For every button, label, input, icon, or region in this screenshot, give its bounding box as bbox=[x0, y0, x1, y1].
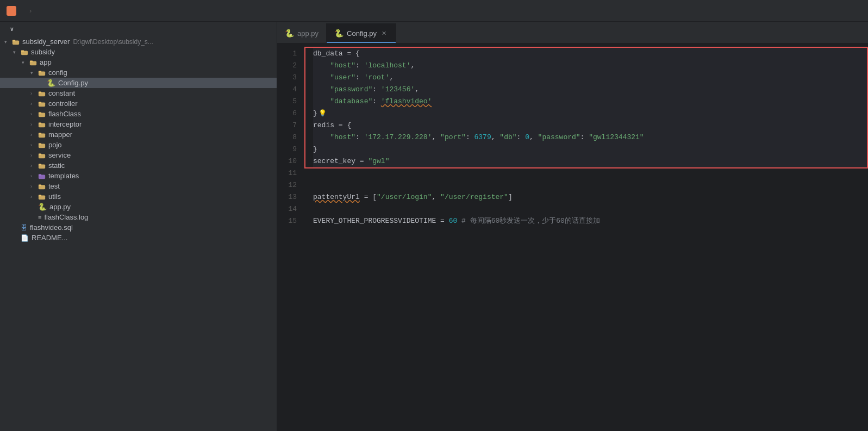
token: # 每间隔60秒发送一次，少于60的话直接加 bbox=[457, 217, 600, 225]
code-line-1: db_data = { bbox=[313, 48, 868, 60]
token: } bbox=[313, 145, 317, 153]
token: : bbox=[517, 133, 526, 141]
tree-label: subsidy_server bbox=[22, 38, 70, 46]
tree-item-utils[interactable]: › utils bbox=[0, 191, 277, 202]
token: "/user/login" bbox=[377, 193, 432, 201]
token bbox=[313, 133, 330, 141]
token: : bbox=[580, 133, 589, 141]
code-line-12 bbox=[313, 179, 868, 191]
code-line-6: }💡 bbox=[313, 108, 868, 120]
code-lines: db_data = { "host": 'localhost', "user":… bbox=[304, 43, 868, 431]
line-number-2: 2 bbox=[277, 60, 297, 72]
token bbox=[313, 97, 330, 105]
code-line-8: "host": '172.17.229.228', "port": 6379, … bbox=[313, 132, 868, 143]
tree-label: app bbox=[40, 58, 52, 66]
tree-label: service bbox=[48, 151, 71, 159]
tree-item-templates[interactable]: › templates bbox=[0, 171, 277, 181]
token: "password" bbox=[330, 85, 372, 93]
token: db_data bbox=[313, 49, 343, 58]
token: '172.17.229.228' bbox=[364, 133, 432, 141]
sidebar-chevron-icon: ∨ bbox=[10, 26, 14, 32]
top-bar: › bbox=[0, 0, 868, 22]
tree-item-service[interactable]: › service bbox=[0, 150, 277, 160]
line-number-9: 9 bbox=[277, 143, 297, 155]
code-editor[interactable]: 123456789101112131415 db_data = { "host"… bbox=[277, 43, 868, 431]
svg-rect-13 bbox=[39, 112, 41, 114]
tree-path: D:\gwl\Desktop\subsidy_s... bbox=[73, 38, 153, 46]
token: , bbox=[491, 133, 500, 141]
tree-item-app[interactable]: ▾ app bbox=[0, 57, 277, 67]
svg-rect-27 bbox=[39, 184, 41, 186]
tree-item-subsidy[interactable]: ▾ subsidy bbox=[0, 47, 277, 57]
token: = bbox=[436, 217, 448, 225]
tree-item-config[interactable]: ▾ config bbox=[0, 67, 277, 78]
sidebar-header: ∨ bbox=[0, 22, 277, 36]
tree-item-flashvideo.sql[interactable]: 🗄flashvideo.sql bbox=[0, 222, 277, 233]
token: secret_key bbox=[313, 157, 355, 165]
tree-item-mapper[interactable]: › mapper bbox=[0, 129, 277, 140]
tab-close-button[interactable]: ✕ bbox=[380, 29, 388, 38]
tree-item-interceptor[interactable]: › interceptor bbox=[0, 119, 277, 129]
tree-label: subsidy bbox=[31, 48, 55, 56]
token: "gwl12344321" bbox=[589, 133, 644, 141]
tree-item-flashClass.log[interactable]: ≡flashClass.log bbox=[0, 212, 277, 222]
lightbulb-icon: 💡 bbox=[319, 110, 327, 117]
tree-label: test bbox=[48, 182, 60, 190]
token: , bbox=[389, 73, 394, 82]
token: [ bbox=[372, 193, 377, 201]
line-number-8: 8 bbox=[277, 132, 297, 143]
line-number-15: 15 bbox=[277, 215, 297, 227]
token: redis bbox=[313, 121, 334, 129]
token bbox=[313, 85, 330, 93]
svg-rect-17 bbox=[39, 133, 41, 134]
line-number-4: 4 bbox=[277, 84, 297, 96]
sidebar: ∨ ▾ subsidy_serverD:\gwl\Desktop\subsidy… bbox=[0, 22, 277, 431]
token: "user" bbox=[330, 73, 355, 82]
token: EVERY_OTHER_PROGRESSVIDEOTIME bbox=[313, 217, 436, 225]
code-line-3: "user": 'root', bbox=[313, 72, 868, 84]
tabs-bar: 🐍 app.py 🐍 Config.py ✕ bbox=[277, 22, 868, 43]
token: , bbox=[432, 193, 440, 201]
tab-config-py[interactable]: 🐍 Config.py ✕ bbox=[327, 23, 396, 43]
token: "password" bbox=[538, 133, 580, 141]
svg-rect-3 bbox=[21, 50, 24, 52]
tab-label-app-py: app.py bbox=[297, 29, 319, 38]
tree-item-controller[interactable]: › controller bbox=[0, 98, 277, 109]
tree-label: templates bbox=[48, 172, 79, 180]
tree-item-app.py[interactable]: 🐍app.py bbox=[0, 202, 277, 212]
token: : bbox=[355, 73, 364, 82]
token: "db" bbox=[499, 133, 516, 141]
tree-label: flashClass.log bbox=[44, 213, 88, 221]
token: , bbox=[410, 61, 415, 70]
line-number-14: 14 bbox=[277, 203, 297, 215]
tree-label: pojo bbox=[48, 141, 62, 149]
code-line-2: "host": 'localhost', bbox=[313, 60, 868, 72]
tree-item-pojo[interactable]: › pojo bbox=[0, 140, 277, 150]
line-number-11: 11 bbox=[277, 167, 297, 179]
tree-item-test[interactable]: › test bbox=[0, 181, 277, 191]
line-number-6: 6 bbox=[277, 108, 297, 120]
token: "gwl" bbox=[368, 157, 389, 165]
svg-rect-1 bbox=[13, 40, 15, 41]
svg-rect-25 bbox=[39, 174, 41, 176]
file-tree: ▾ subsidy_serverD:\gwl\Desktop\subsidy_s… bbox=[0, 36, 277, 243]
tree-item-subsidy_server[interactable]: ▾ subsidy_serverD:\gwl\Desktop\subsidy_s… bbox=[0, 36, 277, 47]
tree-label: README... bbox=[32, 234, 67, 242]
line-number-3: 3 bbox=[277, 72, 297, 84]
token: : bbox=[372, 85, 381, 93]
line-number-5: 5 bbox=[277, 96, 297, 108]
svg-rect-29 bbox=[39, 195, 41, 196]
tree-item-Config.py[interactable]: 🐍Config.py bbox=[0, 78, 277, 88]
tree-item-static[interactable]: › static bbox=[0, 160, 277, 171]
token: pattentyUrl bbox=[313, 193, 360, 201]
tree-item-constant[interactable]: › constant bbox=[0, 88, 277, 98]
token: 'root' bbox=[364, 73, 390, 82]
token: , bbox=[415, 85, 419, 93]
token: = bbox=[355, 157, 368, 165]
tab-app-py[interactable]: 🐍 app.py bbox=[277, 23, 327, 43]
tree-label: config bbox=[48, 68, 67, 77]
tree-item-README.md[interactable]: 📄README... bbox=[0, 233, 277, 243]
tree-item-flashClass[interactable]: › flashClass bbox=[0, 109, 277, 119]
tree-label: controller bbox=[48, 99, 77, 108]
token: '123456' bbox=[381, 85, 415, 93]
